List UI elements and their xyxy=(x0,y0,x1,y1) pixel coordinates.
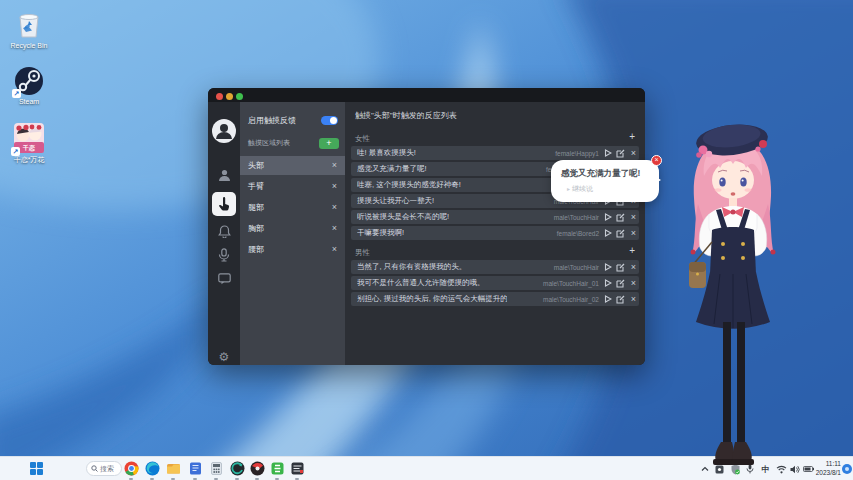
play-icon[interactable] xyxy=(602,148,613,159)
character-pet[interactable] xyxy=(676,124,816,468)
gear-icon: ⚙ xyxy=(219,351,230,363)
speech-text: 感觉又充满力量了呢! xyxy=(561,168,640,180)
window-zoom-button[interactable] xyxy=(236,93,243,100)
reaction-row[interactable]: 哇! 最喜欢摸摸头! female\Happy1 × xyxy=(351,146,639,160)
taskbar-game-app-icon[interactable] xyxy=(290,461,305,476)
area-item-leg[interactable]: 腿部 × xyxy=(240,198,345,217)
play-icon[interactable] xyxy=(602,294,613,305)
search-box[interactable]: 搜索 xyxy=(86,461,122,476)
search-placeholder: 搜索 xyxy=(100,464,114,474)
bubble-close-button[interactable]: × xyxy=(651,155,662,166)
taskbar-clock[interactable]: 11:11 2023/8/1 xyxy=(816,460,841,477)
touch-area-panel: 启用触摸反馈 触摸区域列表 + 头部 × 手臂 × 腿部 × 胸部 × xyxy=(240,102,345,365)
feedback-toggle[interactable] xyxy=(321,116,338,125)
reaction-row[interactable]: 当然了, 只有你有资格摸我的头。 male\TouchHair × xyxy=(351,260,639,274)
reaction-text: 当然了, 只有你有资格摸我的头。 xyxy=(357,262,466,272)
remove-area-icon[interactable]: × xyxy=(332,245,337,254)
avatar-icon xyxy=(211,118,237,144)
window-close-button[interactable] xyxy=(216,93,223,100)
area-item-chest[interactable]: 胸部 × xyxy=(240,219,345,238)
add-reaction-button[interactable]: + xyxy=(629,246,635,256)
window-titlebar[interactable] xyxy=(208,88,645,102)
reaction-row[interactable]: 干嘛要摸我啊! female\Bored2 × xyxy=(351,226,639,240)
clock-time: 11:11 xyxy=(816,460,841,469)
taskbar-media-app-icon[interactable] xyxy=(250,461,265,476)
sidebar-item-settings[interactable]: ⚙ xyxy=(208,346,240,365)
desktop: Recycle Bin ↗ Steam xyxy=(0,0,853,480)
delete-icon[interactable]: × xyxy=(628,278,639,289)
edit-icon[interactable] xyxy=(615,228,626,239)
desktop-icon-recycle-bin[interactable]: Recycle Bin xyxy=(7,8,51,50)
edit-icon[interactable] xyxy=(615,278,626,289)
section-title-female: 女性 xyxy=(355,134,370,144)
speech-sub-label: 继续说 xyxy=(572,185,593,192)
add-area-button[interactable]: + xyxy=(319,138,339,149)
edit-icon[interactable] xyxy=(615,212,626,223)
area-item-head[interactable]: 头部 × xyxy=(240,156,345,175)
reaction-row[interactable]: 我可不是什么普通人允许随便摸的哦。 male\TouchHair_01 × xyxy=(351,276,639,290)
taskbar-calculator-icon[interactable] xyxy=(209,461,224,476)
delete-icon[interactable]: × xyxy=(628,148,639,159)
remove-area-icon[interactable]: × xyxy=(332,224,337,233)
touch-hand-icon xyxy=(217,197,231,211)
speech-bubble: 感觉又充满力量了呢! ▸继续说 × xyxy=(551,160,659,202)
desktop-icon-label: Steam xyxy=(7,98,51,106)
area-item-label: 头部 xyxy=(240,160,264,171)
notification-badge[interactable] xyxy=(842,464,852,474)
chat-icon xyxy=(218,273,231,285)
person-icon xyxy=(218,169,231,182)
reaction-text: 我可不是什么普通人允许随便摸的哦。 xyxy=(357,278,485,288)
desktop-icon-steam[interactable]: ↗ Steam xyxy=(7,66,51,106)
play-icon[interactable] xyxy=(602,228,613,239)
delete-icon[interactable]: × xyxy=(628,212,639,223)
delete-icon[interactable]: × xyxy=(628,262,639,273)
edit-icon[interactable] xyxy=(615,148,626,159)
desktop-icon-label: 千恋*万花 xyxy=(7,156,51,164)
delete-icon[interactable]: × xyxy=(628,294,639,305)
sidebar-item-chat[interactable] xyxy=(208,268,240,290)
sidebar-item-voice[interactable] xyxy=(208,244,240,266)
taskbar-recorder-app-icon[interactable] xyxy=(230,461,245,476)
desktop-icon-game[interactable]: 千恋 ↗ 千恋*万花 xyxy=(7,122,51,164)
sidebar-item-model[interactable] xyxy=(208,164,240,186)
delete-icon[interactable]: × xyxy=(628,228,639,239)
taskbar-file-explorer-icon[interactable] xyxy=(166,461,181,476)
feedback-toggle-label: 启用触摸反馈 xyxy=(240,115,296,126)
voice-tag: male\TouchHair xyxy=(554,214,599,221)
area-list-label: 触摸区域列表 xyxy=(240,138,290,148)
reaction-text: 哇塞, 这个摸摸头的感觉好神奇! xyxy=(357,180,461,190)
reaction-text: 哇! 最喜欢摸摸头! xyxy=(357,148,416,158)
area-item-label: 腰部 xyxy=(240,244,264,255)
taskbar-edge-icon[interactable] xyxy=(145,461,160,476)
play-icon[interactable] xyxy=(602,212,613,223)
remove-area-icon[interactable]: × xyxy=(332,161,337,170)
voice-tag: female\Bored2 xyxy=(557,230,599,237)
taskbar-chrome-icon[interactable] xyxy=(124,461,139,476)
remove-area-icon[interactable]: × xyxy=(332,203,337,212)
area-item-arm[interactable]: 手臂 × xyxy=(240,177,345,196)
steam-icon: ↗ xyxy=(14,66,44,96)
taskbar-notes-app-icon[interactable] xyxy=(188,461,203,476)
reaction-row[interactable]: 别担心, 摸过我的头后, 你的运气会大幅提升的。 male\TouchHair_… xyxy=(351,292,639,306)
edit-icon[interactable] xyxy=(615,294,626,305)
sidebar-item-avatar[interactable] xyxy=(208,116,240,146)
area-item-label: 胸部 xyxy=(240,223,264,234)
taskbar-green-app-icon[interactable] xyxy=(270,461,285,476)
add-reaction-button[interactable]: + xyxy=(629,132,635,142)
reaction-row[interactable]: 听说被摸头是会长不高的呢! male\TouchHair × xyxy=(351,210,639,224)
area-item-waist[interactable]: 腰部 × xyxy=(240,240,345,259)
play-icon[interactable] xyxy=(602,262,613,273)
section-title-male: 男性 xyxy=(355,248,370,258)
recycle-bin-icon xyxy=(13,8,45,40)
play-icon[interactable] xyxy=(602,278,613,289)
clock-date: 2023/8/1 xyxy=(816,469,841,478)
remove-area-icon[interactable]: × xyxy=(332,182,337,191)
edit-icon[interactable] xyxy=(615,262,626,273)
window-minimize-button[interactable] xyxy=(226,93,233,100)
start-button[interactable] xyxy=(30,462,44,476)
sidebar-item-touch[interactable] xyxy=(212,192,236,216)
play-hint-icon: ▸ xyxy=(567,186,570,192)
sidebar-item-alerts[interactable] xyxy=(208,220,240,242)
desktop-icon-label: Recycle Bin xyxy=(7,42,51,50)
reaction-text: 感觉又充满力量了呢! xyxy=(357,164,427,174)
